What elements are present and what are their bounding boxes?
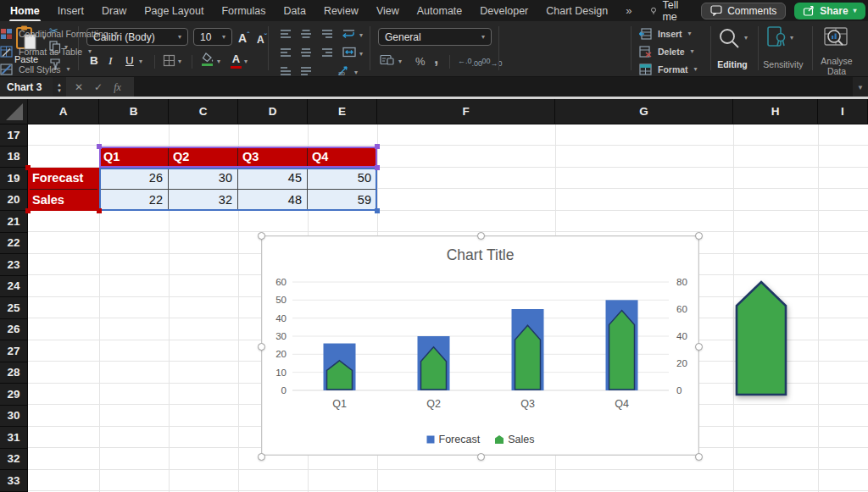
increase-font-size-button[interactable]: Aˆ — [238, 30, 249, 45]
row-header-20[interactable]: 20 — [0, 190, 28, 212]
row-header-17[interactable]: 17 — [0, 124, 28, 146]
row-header-28[interactable]: 28 — [0, 362, 28, 384]
fill-color-button[interactable] — [202, 53, 214, 66]
range-handle[interactable] — [375, 208, 380, 213]
chart-legend[interactable]: ForecastSales — [262, 434, 698, 445]
tab-home[interactable]: Home — [10, 5, 40, 17]
accounting-format-button[interactable] — [380, 54, 394, 66]
column-header-H[interactable]: H — [733, 99, 818, 124]
cell-B19[interactable]: 26 — [99, 168, 169, 190]
cell-B20[interactable]: 22 — [99, 190, 169, 212]
font-size-select[interactable]: 10 ▾ — [193, 28, 232, 46]
align-center-button[interactable] — [300, 47, 312, 58]
chart-selection-handle[interactable] — [695, 343, 703, 351]
number-format-select[interactable]: General ▾ — [378, 28, 492, 46]
increase-decimal-button[interactable]: ←.0.00 — [458, 57, 482, 68]
chart-selection-handle[interactable] — [695, 232, 703, 240]
row-header-22[interactable]: 22 — [0, 233, 28, 255]
tab-insert[interactable]: Insert — [58, 5, 84, 17]
tab-draw[interactable]: Draw — [102, 5, 126, 17]
align-left-button[interactable] — [280, 47, 292, 58]
name-box[interactable]: Chart 3 — [0, 77, 53, 97]
menu-overflow-chevrons[interactable]: » — [626, 4, 632, 17]
merge-center-chevron[interactable]: ▾ — [359, 51, 363, 58]
orientation-button[interactable]: ab — [337, 65, 351, 76]
column-header-I[interactable]: I — [818, 99, 868, 124]
pentagon-arrow-shape[interactable] — [734, 279, 788, 398]
orientation-chevron[interactable]: ▾ — [354, 69, 358, 76]
valign-top-button[interactable] — [280, 29, 292, 39]
fill-color-dropdown-chevron[interactable]: ▾ — [217, 58, 220, 65]
column-header-D[interactable]: D — [238, 99, 308, 124]
tab-review[interactable]: Review — [324, 5, 359, 17]
chart-object[interactable]: Chart Title 0102030405060020406080Q1Q2Q3… — [261, 235, 699, 456]
tab-view[interactable]: View — [376, 5, 399, 17]
cancel-icon[interactable]: ✕ — [75, 81, 83, 93]
accounting-dropdown-chevron[interactable]: ▾ — [398, 58, 402, 65]
row-header-27[interactable]: 27 — [0, 340, 28, 362]
align-right-button[interactable] — [320, 47, 332, 58]
row-header-18[interactable]: 18 — [0, 146, 28, 169]
tab-formulas[interactable]: Formulas — [221, 5, 265, 17]
analyse-data-button[interactable] — [824, 26, 849, 50]
cell-E19[interactable]: 50 — [308, 168, 377, 190]
cell-D20[interactable]: 48 — [238, 190, 308, 212]
comma-style-button[interactable]: , — [434, 49, 438, 68]
column-header-A[interactable]: A — [28, 99, 99, 124]
row-header-29[interactable]: 29 — [0, 384, 28, 406]
chart-selection-handle[interactable] — [477, 232, 485, 240]
percent-style-button[interactable]: % — [415, 55, 426, 68]
format-as-table-button[interactable]: Format as Table ▾ — [0, 46, 92, 58]
chart-selection-handle[interactable] — [258, 232, 265, 240]
row-header-31[interactable]: 31 — [0, 427, 28, 449]
column-header-B[interactable]: B — [99, 99, 169, 124]
row-header-24[interactable]: 24 — [0, 276, 28, 298]
font-color-button[interactable]: A — [231, 53, 242, 69]
legend-item-sales[interactable]: Sales — [495, 434, 534, 445]
row-header-33[interactable]: 33 — [0, 470, 28, 492]
cell-D19[interactable]: 45 — [238, 168, 308, 190]
valign-middle-button[interactable] — [300, 29, 312, 39]
chart-selection-handle[interactable] — [695, 453, 703, 461]
column-header-E[interactable]: E — [308, 99, 377, 124]
legend-item-forecast[interactable]: Forecast — [426, 434, 481, 445]
decrease-indent-button[interactable] — [280, 66, 292, 76]
range-handle[interactable] — [97, 208, 102, 213]
tab-page-layout[interactable]: Page Layout — [144, 5, 203, 17]
column-header-G[interactable]: G — [555, 99, 733, 124]
sensitivity-dropdown-chevron[interactable]: ▾ — [790, 35, 793, 41]
font-color-dropdown-chevron[interactable]: ▾ — [244, 58, 248, 65]
cell-C20[interactable]: 32 — [169, 190, 238, 212]
decrease-font-size-button[interactable]: Aˇ — [257, 32, 267, 46]
cell-E18[interactable]: Q4 — [308, 146, 377, 169]
row-header-30[interactable]: 30 — [0, 406, 28, 428]
formula-bar-expand-chevron[interactable]: ▼ — [853, 77, 868, 97]
enter-icon[interactable]: ✓ — [94, 81, 103, 93]
tab-developer[interactable]: Developer — [480, 5, 528, 17]
select-all-corner[interactable] — [0, 99, 28, 124]
cell-A19[interactable]: Forecast — [28, 168, 99, 190]
row-header-25[interactable]: 25 — [0, 297, 28, 319]
underline-button[interactable]: U — [125, 55, 134, 67]
name-box-stepper[interactable]: ▲▼ — [53, 77, 66, 97]
valign-bottom-button[interactable] — [320, 29, 332, 39]
range-handle[interactable] — [25, 165, 31, 170]
formula-input[interactable] — [134, 77, 853, 97]
cell-C19[interactable]: 30 — [169, 168, 238, 190]
range-handle[interactable] — [97, 144, 102, 149]
chart-selection-handle[interactable] — [477, 453, 485, 461]
range-handle[interactable] — [25, 208, 31, 213]
row-header-21[interactable]: 21 — [0, 211, 28, 233]
cell-E20[interactable]: 59 — [308, 190, 377, 212]
insert-function-icon[interactable]: fx — [114, 81, 121, 94]
row-header-26[interactable]: 26 — [0, 319, 28, 341]
range-handle[interactable] — [375, 165, 380, 170]
editing-button[interactable] — [717, 26, 741, 50]
cell-A20[interactable]: Sales — [28, 190, 99, 212]
row-header-19[interactable]: 19 — [0, 168, 28, 190]
tell-me[interactable]: Tell me — [649, 0, 683, 23]
chart-selection-handle[interactable] — [258, 343, 265, 351]
format-cells-button[interactable]: Format ▾ — [639, 64, 698, 75]
cell-B18[interactable]: Q1 — [99, 146, 169, 169]
wrap-text-chevron[interactable]: ▾ — [359, 32, 363, 39]
